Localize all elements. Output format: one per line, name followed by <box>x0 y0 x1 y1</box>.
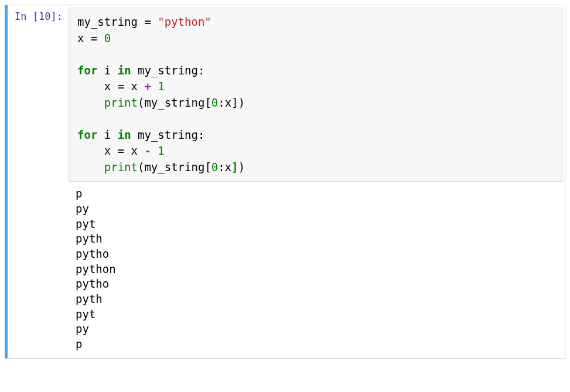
output-line: pytho <box>76 247 109 260</box>
code-token: for <box>77 128 97 141</box>
output-line: pyt <box>76 217 95 230</box>
code-token: print <box>104 96 138 109</box>
output-line: pyt <box>76 308 95 321</box>
code-token: x <box>77 32 84 45</box>
output-line: p <box>76 338 82 350</box>
code-token: [ <box>204 96 211 109</box>
code-token: my_string <box>144 161 204 173</box>
code-token <box>111 128 117 141</box>
output-line: py <box>76 202 89 215</box>
code-token: : <box>198 128 204 141</box>
code-token: i <box>104 64 111 77</box>
code-token <box>111 64 117 77</box>
code-token <box>77 96 104 109</box>
notebook-cell: In [10]: my_string = "python" x = 0 for … <box>5 5 565 359</box>
code-token: = <box>111 144 131 157</box>
cell-prompt: In [10]: <box>8 5 66 358</box>
code-input[interactable]: my_string = "python" x = 0 for i in my_s… <box>69 8 562 182</box>
output-line: py <box>76 322 89 335</box>
code-token: ] <box>231 96 238 109</box>
cell-body: my_string = "python" x = 0 for i in my_s… <box>66 5 565 358</box>
code-token: : <box>198 64 204 77</box>
code-token: x <box>131 80 138 93</box>
code-token: = <box>111 80 131 93</box>
code-token: + <box>144 80 151 93</box>
code-token: ] <box>231 161 238 173</box>
code-token: 0 <box>211 161 218 173</box>
output-line: pyth <box>76 292 103 305</box>
code-token <box>151 80 158 93</box>
code-token: 0 <box>104 32 111 45</box>
code-token: print <box>104 161 138 173</box>
code-token: 0 <box>211 96 218 109</box>
code-token: "python" <box>158 15 211 28</box>
code-token <box>151 144 158 157</box>
code-token <box>138 144 144 157</box>
code-token: ( <box>138 161 144 173</box>
code-token: - <box>144 144 151 157</box>
code-token: x <box>104 80 111 93</box>
code-token: x <box>104 144 111 157</box>
code-token: x <box>225 96 231 109</box>
code-token: ) <box>238 96 245 109</box>
code-token <box>77 80 104 93</box>
code-token: ) <box>238 161 245 173</box>
code-token: for <box>77 64 97 77</box>
cell-output: p py pyt pyth pytho python pytho pyth py… <box>67 182 564 352</box>
code-token: in <box>118 128 131 141</box>
code-token <box>77 144 104 157</box>
code-token: my_string <box>138 64 198 77</box>
code-token: x <box>131 144 138 157</box>
code-token: = <box>84 32 104 45</box>
code-token <box>97 64 104 77</box>
code-token: i <box>104 128 111 141</box>
code-token: = <box>138 15 158 28</box>
code-token <box>138 80 144 93</box>
output-line: python <box>76 263 116 275</box>
output-line: p <box>76 187 82 200</box>
code-token: 1 <box>158 80 164 93</box>
code-token: 1 <box>158 144 164 157</box>
code-token <box>77 161 104 173</box>
code-token: my_string <box>138 128 198 141</box>
code-token: : <box>218 96 224 109</box>
code-token: x <box>225 161 231 173</box>
code-token: my_string <box>77 15 138 28</box>
code-token <box>131 128 138 141</box>
code-token <box>131 64 138 77</box>
code-token: my_string <box>144 96 204 109</box>
code-token: ( <box>138 96 144 109</box>
output-line: pytho <box>76 277 109 290</box>
output-line: pyth <box>76 232 103 245</box>
code-token: : <box>218 161 224 173</box>
code-token: in <box>118 64 131 77</box>
code-token <box>97 128 104 141</box>
code-token: [ <box>204 161 211 173</box>
